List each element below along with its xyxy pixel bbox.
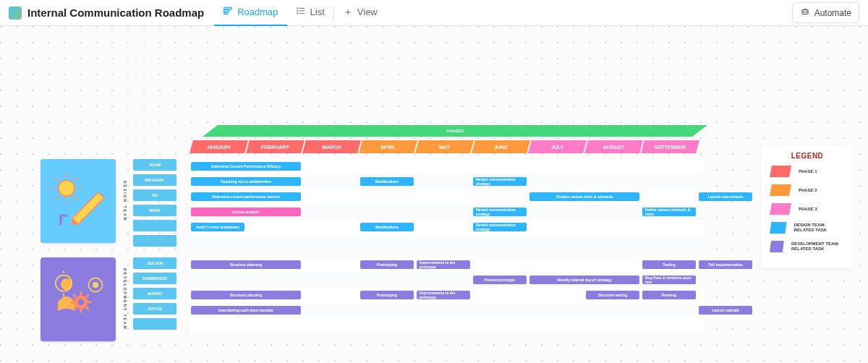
automate-button[interactable]: Automate	[792, 2, 859, 23]
task-bar[interactable]: Improvements to the prototype	[417, 291, 470, 299]
legend-chip	[770, 203, 791, 215]
timeline-months: JANUARYFEBRUARYMARCHAPRILMAYJUNEJULYAUGU…	[192, 140, 699, 153]
task-bar[interactable]: Revisit communication strategy	[473, 223, 527, 231]
svg-rect-0	[224, 7, 232, 9]
person-label: MIKE	[133, 205, 176, 216]
design-vlabel: DESIGN TEAM	[120, 159, 130, 243]
task-bar[interactable]: Structure planning	[191, 291, 301, 299]
svg-point-8	[297, 13, 297, 14]
svg-point-11	[806, 12, 807, 12]
svg-point-39	[93, 282, 98, 288]
task-bar[interactable]: Modifications	[360, 223, 414, 231]
svg-point-13	[59, 180, 75, 196]
month-header: JANUARY	[190, 140, 248, 153]
dev-vlabel: DEVELOPMENT TEAM	[120, 257, 130, 341]
legend-label: PHASE 2	[799, 188, 817, 193]
task-bar[interactable]: Revising	[642, 291, 696, 299]
legend-chip	[770, 184, 791, 196]
canvas[interactable]: LEGEND PHASE 1PHASE 2PHASE 3DESIGN TEAM-…	[0, 26, 868, 363]
robot-icon	[800, 7, 810, 19]
svg-rect-2	[224, 12, 228, 14]
task-bar[interactable]: Determine Current Performance Efficacy	[191, 162, 301, 171]
task-bar[interactable]: Testing	[642, 260, 696, 269]
svg-marker-22	[72, 192, 104, 224]
automate-label: Automate	[814, 8, 851, 18]
person-label	[133, 235, 176, 247]
view-list[interactable]: List	[287, 0, 333, 26]
list-icon	[296, 6, 306, 18]
month-header: MAY	[415, 140, 474, 153]
task-bar[interactable]: Modifications	[360, 177, 414, 186]
design-vlabel-text: DESIGN TEAM	[123, 181, 127, 222]
svg-line-33	[74, 295, 76, 297]
task-bar[interactable]: Interviewing each team member	[191, 306, 301, 315]
dev-vlabel-text: DEVELOPMENT TEAM	[123, 268, 127, 330]
svg-line-19	[75, 177, 77, 180]
task-bar[interactable]: Bug fixes & revisions post-test	[642, 276, 696, 284]
topbar: Internal Communication Roadmap Roadmap L…	[0, 0, 868, 26]
month-header: MARCH	[302, 140, 361, 153]
month-header: APRIL	[359, 140, 417, 153]
task-bar[interactable]: Audit Comms breakdown	[191, 223, 244, 231]
month-header: AUGUST	[584, 140, 643, 153]
task-bar[interactable]: Improvements to the prototype	[417, 260, 470, 269]
legend-item: PHASE 3	[770, 203, 845, 215]
task-bar[interactable]: Define comms channels & tools	[642, 208, 696, 216]
task-bar[interactable]: Structure planning	[191, 260, 301, 269]
view-add[interactable]: ＋ View	[334, 0, 386, 26]
person-label: MICHAEL	[133, 174, 176, 186]
view-add-label: View	[357, 7, 378, 17]
task-bar[interactable]: Full implementation	[699, 260, 752, 269]
person-label: JOHN	[133, 159, 176, 171]
task-bar[interactable]: Determine current performance metrics	[191, 192, 301, 201]
svg-point-7	[297, 10, 297, 11]
title-wrap: Internal Communication Roadmap	[9, 7, 204, 20]
task-bar[interactable]: Identify internal launch strategy	[529, 276, 639, 284]
view-switcher: Roadmap List ＋ View	[214, 0, 386, 26]
task-bar[interactable]: Finalize comms tools & schedule	[529, 192, 639, 201]
person-label: JULIAN	[133, 257, 176, 269]
svg-line-36	[86, 307, 88, 309]
legend: LEGEND PHASE 1PHASE 2PHASE 3DESIGN TEAM-…	[761, 146, 854, 268]
person-label	[133, 220, 176, 231]
dev-grid: Structure planningPrototypingImprovement…	[190, 257, 705, 334]
person-label: JOYCE	[133, 303, 176, 315]
person-label	[133, 318, 176, 330]
view-roadmap-label: Roadmap	[237, 7, 278, 17]
svg-point-37	[78, 299, 84, 305]
legend-label: DEVELOPMENT TEAM-RELATED TASK	[791, 242, 845, 251]
task-bar[interactable]: Present prototype	[473, 276, 527, 284]
svg-line-21	[75, 197, 77, 200]
person-label: MARIO	[133, 288, 176, 299]
svg-line-35	[74, 307, 76, 309]
svg-line-18	[56, 177, 59, 180]
legend-item: PHASE 2	[770, 184, 845, 196]
design-grid: Determine Current Performance EfficacyRe…	[190, 159, 705, 250]
legend-chip	[770, 222, 787, 234]
plus-icon: ＋	[343, 6, 353, 19]
task-bar[interactable]: Revisit communication strategy	[473, 177, 527, 186]
legend-label: PHASE 1	[799, 169, 817, 174]
task-bar[interactable]: Prototyping	[360, 291, 414, 299]
design-card	[41, 159, 116, 243]
task-bar[interactable]: Prototyping	[360, 260, 414, 269]
task-bar[interactable]: Launch website	[699, 306, 752, 315]
phases-band: PHASES	[203, 125, 707, 137]
svg-line-34	[86, 295, 88, 297]
task-bar[interactable]: Reaching out to stakeholders	[191, 177, 301, 186]
svg-point-10	[803, 12, 804, 12]
legend-item: PHASE 1	[770, 166, 845, 177]
task-bar[interactable]: Structure testing	[586, 291, 639, 299]
task-bar[interactable]: Launch new intranet	[699, 192, 752, 201]
view-roadmap[interactable]: Roadmap	[214, 0, 286, 26]
task-bar[interactable]: Revisit communication strategy	[473, 208, 527, 216]
month-header: SEPTEMBER	[641, 140, 699, 153]
task-bar[interactable]: Survey analysis	[191, 208, 301, 216]
svg-point-24	[61, 278, 72, 290]
month-header: JUNE	[472, 140, 530, 153]
person-label: AD	[133, 189, 176, 201]
svg-rect-1	[224, 10, 229, 12]
view-list-label: List	[310, 7, 325, 17]
month-header: FEBRUARY	[246, 140, 305, 153]
svg-line-20	[56, 197, 59, 200]
